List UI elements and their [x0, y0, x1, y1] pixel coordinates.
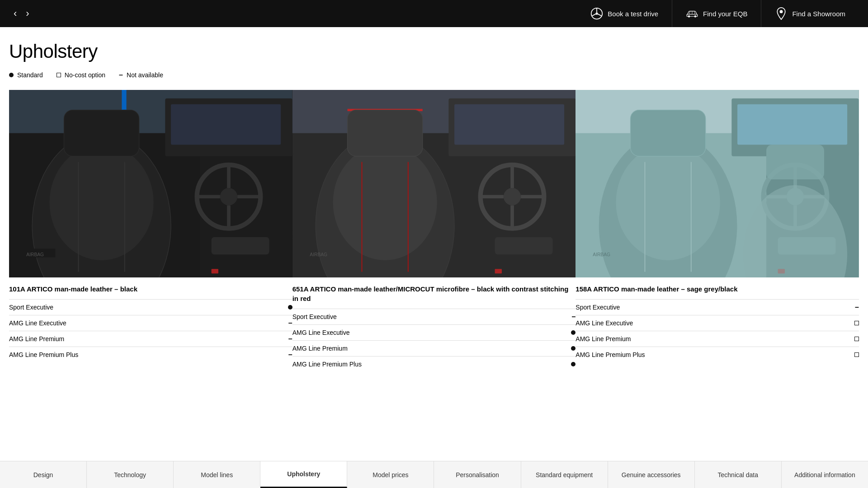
header: ‹ › Book a test drive Find — [0, 0, 868, 27]
spec-row: AMG Line Premium — [576, 331, 859, 347]
book-test-drive-action[interactable]: Book a test drive — [577, 0, 672, 27]
svg-rect-47 — [454, 104, 564, 145]
spec-indicator — [275, 300, 292, 315]
card-title-101A: 101A ARTICO man-made leather – black — [9, 277, 292, 299]
spec-label: AMG Line Premium — [576, 331, 841, 347]
spec-label: AMG Line Executive — [9, 315, 275, 331]
svg-point-57 — [616, 145, 720, 260]
svg-point-16 — [50, 145, 154, 260]
svg-point-37 — [333, 145, 437, 260]
svg-point-1 — [596, 12, 598, 14]
nav-item-technology[interactable]: Technology — [87, 461, 174, 488]
svg-point-11 — [780, 10, 783, 13]
svg-rect-74 — [766, 145, 824, 179]
upholstery-image-101A: AIRBAG — [9, 90, 292, 277]
dash-indicator: – — [288, 351, 292, 358]
bottom-navigation: Design Technology Model lines Upholstery… — [0, 461, 868, 488]
spec-row: AMG Line Premium Plus — [576, 347, 859, 363]
spec-indicator: – — [275, 347, 292, 363]
legend-standard-label: Standard — [17, 71, 43, 79]
nav-item-personalisation[interactable]: Personalisation — [434, 461, 521, 488]
forward-arrow-button[interactable]: › — [21, 8, 33, 19]
spec-indicator: – — [558, 309, 576, 325]
spec-indicator — [842, 331, 859, 347]
svg-point-6 — [694, 15, 697, 18]
spec-label: AMG Line Premium — [292, 341, 558, 357]
spec-row: Sport Executive – — [576, 300, 859, 315]
svg-text:AIRBAG: AIRBAG — [310, 252, 327, 257]
svg-line-3 — [592, 14, 596, 16]
page-title: Upholstery — [9, 41, 859, 62]
card-title-158A: 158A ARTICO man-made leather – sage grey… — [576, 277, 859, 299]
upholstery-card-651A: AIRBAG 651A ARTICO man-made leather/MICR… — [292, 90, 576, 372]
svg-text:AIRBAG: AIRBAG — [593, 252, 611, 257]
svg-rect-17 — [64, 110, 139, 156]
spec-indicator: – — [275, 315, 292, 331]
interior-svg-sage: AIRBAG — [576, 90, 859, 277]
spec-indicator — [558, 357, 576, 372]
find-showroom-action[interactable]: Find a Showroom — [761, 0, 859, 27]
spec-label: Sport Executive — [576, 300, 841, 315]
nav-item-additional-info[interactable]: Additional information — [782, 461, 868, 488]
spec-row: AMG Line Premium Plus – — [9, 347, 292, 363]
location-pin-icon — [775, 7, 788, 20]
nav-item-design[interactable]: Design — [0, 461, 87, 488]
card-title-651A: 651A ARTICO man-made leather/MICROCUT mi… — [292, 277, 576, 309]
find-eqb-action[interactable]: Find your EQB — [672, 0, 761, 27]
svg-rect-66 — [737, 104, 847, 145]
spec-indicator — [558, 341, 576, 357]
spec-row: Sport Executive — [9, 300, 292, 315]
spec-row: AMG Line Executive — [576, 315, 859, 331]
legend: Standard No-cost option – Not available — [9, 71, 859, 79]
legend-not-available: – Not available — [119, 71, 163, 79]
svg-text:AIRBAG: AIRBAG — [26, 252, 44, 257]
upholstery-card-158A: AIRBAG 158A — [576, 90, 859, 372]
book-test-drive-label: Book a test drive — [608, 10, 658, 18]
nav-item-genuine-accessories[interactable]: Genuine accessories — [608, 461, 695, 488]
spec-row: AMG Line Premium Plus — [292, 357, 576, 372]
back-arrow-button[interactable]: ‹ — [9, 8, 21, 19]
spec-table-651A: Sport Executive – AMG Line Executive AMG… — [292, 309, 576, 372]
svg-rect-24 — [212, 269, 218, 273]
nav-item-standard-equipment[interactable]: Standard equipment — [521, 461, 608, 488]
dot-indicator — [571, 362, 576, 366]
nav-item-upholstery[interactable]: Upholstery — [260, 461, 347, 488]
legend-not-available-label: Not available — [127, 71, 163, 79]
svg-line-10 — [694, 11, 695, 14]
nav-item-model-prices[interactable]: Model prices — [347, 461, 434, 488]
svg-point-5 — [688, 15, 690, 18]
spec-table-158A: Sport Executive – AMG Line Executive AMG… — [576, 299, 859, 362]
spec-row: AMG Line Premium — [292, 341, 576, 357]
header-actions: Book a test drive Find your EQB Find a S… — [577, 0, 859, 27]
svg-rect-26 — [171, 104, 281, 145]
spec-indicator: – — [275, 331, 292, 347]
main-content: Upholstery Standard No-cost option – Not… — [0, 27, 868, 381]
dash-indicator: – — [855, 304, 859, 311]
spec-label: AMG Line Executive — [576, 315, 841, 331]
svg-rect-45 — [495, 269, 501, 273]
upholstery-grid: AIRBAG 101A ARTICO man-made leather – bl… — [9, 90, 859, 372]
svg-rect-58 — [631, 110, 706, 156]
nav-item-technical-data[interactable]: Technical data — [695, 461, 782, 488]
spec-label: AMG Line Premium Plus — [576, 347, 841, 363]
upholstery-image-158A: AIRBAG — [576, 90, 859, 277]
spec-table-101A: Sport Executive AMG Line Executive – AMG… — [9, 299, 292, 362]
spec-label: AMG Line Premium Plus — [9, 347, 275, 363]
spec-indicator — [558, 325, 576, 341]
square-indicator — [854, 337, 859, 341]
svg-line-4 — [598, 14, 602, 16]
spec-indicator: – — [842, 300, 859, 315]
svg-point-28 — [220, 188, 237, 205]
svg-rect-38 — [347, 110, 422, 156]
legend-standard: Standard — [9, 71, 43, 79]
square-indicator — [854, 321, 859, 325]
spec-label: Sport Executive — [292, 309, 558, 325]
legend-dot-icon — [9, 73, 14, 77]
svg-line-8 — [689, 11, 690, 14]
dash-indicator: – — [571, 313, 576, 320]
dash-indicator: – — [288, 335, 292, 343]
nav-item-model-lines[interactable]: Model lines — [174, 461, 260, 488]
svg-rect-43 — [495, 237, 552, 254]
dot-indicator — [571, 346, 576, 351]
dot-indicator — [288, 305, 292, 310]
